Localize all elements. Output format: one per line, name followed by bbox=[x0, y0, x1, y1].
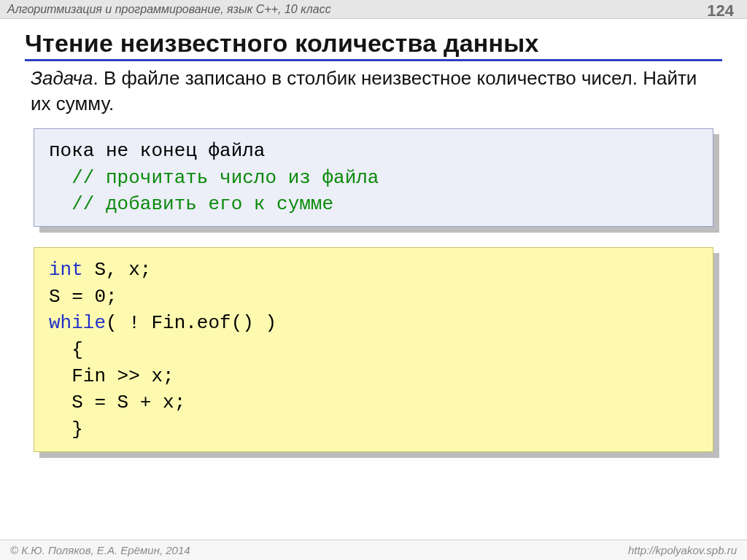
content: Чтение неизвестного количества данных За… bbox=[25, 25, 722, 472]
while-cond: ( ! Fin.eof() ) bbox=[106, 312, 276, 334]
code-line-4: { bbox=[49, 339, 83, 361]
decl-rest: S, x; bbox=[83, 259, 152, 281]
code-line-7: } bbox=[49, 419, 83, 440]
task-label: Задача bbox=[31, 67, 93, 89]
code-block: int S, x; S = 0; while( ! Fin.eof() ) { … bbox=[34, 247, 713, 452]
slide-title: Чтение неизвестного количества данных bbox=[25, 29, 722, 61]
footer-url: http://kpolyakov.spb.ru bbox=[628, 544, 737, 556]
code-line-2: S = 0; bbox=[49, 286, 117, 308]
pseudo-line-3: // добавить его к сумме bbox=[49, 193, 333, 215]
footer: © К.Ю. Поляков, Е.А. Ерёмин, 2014 http:/… bbox=[0, 540, 747, 560]
kw-while: while bbox=[49, 312, 106, 334]
pseudo-line-1: пока не конец файла bbox=[49, 140, 265, 162]
course-title: Алгоритмизация и программирование, язык … bbox=[7, 3, 740, 16]
slide: Алгоритмизация и программирование, язык … bbox=[0, 0, 747, 560]
page-number: 124 bbox=[707, 1, 734, 20]
pseudocode-block: пока не конец файла // прочитать число и… bbox=[34, 128, 713, 227]
footer-copyright: © К.Ю. Поляков, Е.А. Ерёмин, 2014 bbox=[10, 544, 190, 556]
kw-int: int bbox=[49, 259, 83, 281]
task-text: Задача. В файле записано в столбик неизв… bbox=[31, 66, 716, 117]
code-line-5: Fin >> x; bbox=[49, 365, 174, 387]
code-line-6: S = S + x; bbox=[49, 392, 185, 413]
task-body: . В файле записано в столбик неизвестное… bbox=[31, 67, 697, 114]
topbar: Алгоритмизация и программирование, язык … bbox=[0, 0, 747, 19]
pseudo-line-2: // прочитать число из файла bbox=[49, 167, 379, 189]
pseudocode: пока не конец файла // прочитать число и… bbox=[34, 128, 713, 227]
cpp-code: int S, x; S = 0; while( ! Fin.eof() ) { … bbox=[34, 247, 713, 452]
